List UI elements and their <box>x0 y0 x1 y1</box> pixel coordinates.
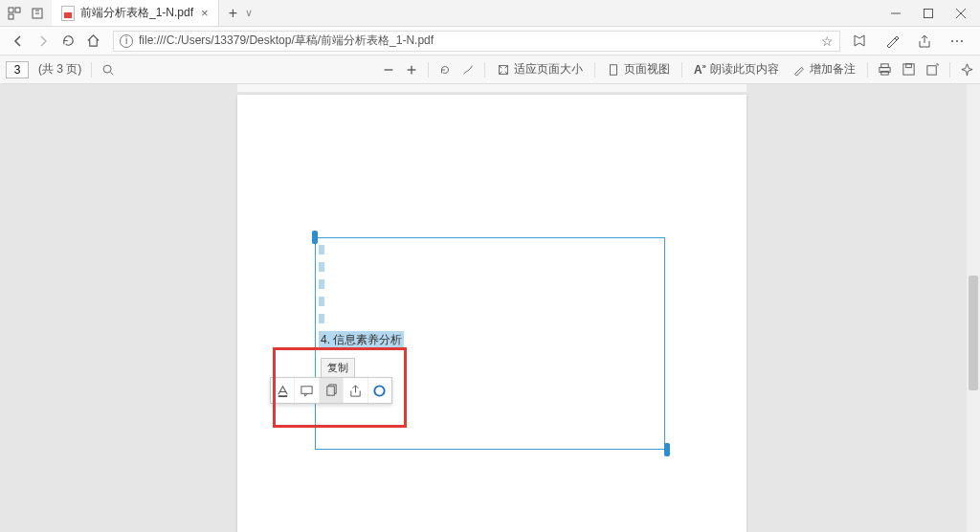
selection-fragment <box>319 279 324 289</box>
share-selection-button[interactable] <box>343 378 367 403</box>
save-icon[interactable] <box>902 62 916 77</box>
svg-rect-2 <box>9 14 13 19</box>
nav-forward-button[interactable] <box>31 33 56 49</box>
new-tab-button[interactable]: + ∨ <box>219 0 262 26</box>
cortana-icon <box>372 384 387 398</box>
draw-icon[interactable] <box>461 63 475 77</box>
svg-rect-25 <box>301 386 312 393</box>
window-titlebar: 前端分析表格_1-N.pdf × + ∨ <box>0 0 980 27</box>
selection-fragment <box>319 245 324 255</box>
set-aside-tabs-icon[interactable] <box>31 7 44 20</box>
nav-refresh-button[interactable] <box>56 33 80 48</box>
favorite-star-icon[interactable]: ☆ <box>821 33 834 49</box>
page-layout-button[interactable]: 页面视图 <box>605 61 672 78</box>
pdf-file-icon <box>61 6 75 21</box>
window-close-icon[interactable] <box>955 8 967 19</box>
share-icon[interactable] <box>917 33 932 49</box>
add-notes-icon <box>792 63 806 77</box>
print-icon[interactable] <box>878 62 892 77</box>
selection-handle-end[interactable] <box>664 443 670 456</box>
fit-page-button[interactable]: 适应页面大小 <box>495 61 585 78</box>
pin-toolbar-icon[interactable] <box>960 62 974 77</box>
page-number-input[interactable] <box>6 61 29 78</box>
share-icon <box>348 384 363 398</box>
read-aloud-button[interactable]: A» 朗读此页内容 <box>692 61 781 78</box>
scrollbar-thumb[interactable] <box>969 276 978 390</box>
browser-tab-active[interactable]: 前端分析表格_1-N.pdf × <box>52 0 219 26</box>
svg-line-12 <box>111 72 114 75</box>
svg-rect-1 <box>15 8 20 12</box>
search-icon[interactable] <box>101 63 115 77</box>
nav-home-button[interactable] <box>80 33 105 48</box>
svg-rect-23 <box>927 66 936 75</box>
url-text: file:///C:/Users/13379/Desktop/草稿/前端分析表格… <box>139 33 815 49</box>
svg-rect-17 <box>610 64 616 75</box>
context-tooltip: 复制 <box>321 358 355 378</box>
nav-back-button[interactable] <box>6 33 31 49</box>
page-total-label: (共 3 页) <box>38 61 81 78</box>
zoom-in-icon[interactable] <box>405 63 418 77</box>
favorites-icon[interactable] <box>852 33 867 49</box>
selection-fragment <box>319 297 324 306</box>
pdf-toolbar: (共 3 页) 适应页面大小 页面视图 A» 朗读此页内容 增加备注 <box>0 55 980 84</box>
notes-icon[interactable] <box>884 33 900 49</box>
zoom-out-icon[interactable] <box>382 63 395 77</box>
highlight-button[interactable] <box>271 378 294 403</box>
tab-title: 前端分析表格_1-N.pdf <box>80 5 193 21</box>
vertical-scrollbar[interactable] <box>967 84 980 532</box>
window-controls <box>880 0 980 26</box>
highlight-icon <box>276 384 290 398</box>
svg-point-11 <box>104 65 112 73</box>
site-info-icon[interactable]: i <box>120 34 133 48</box>
page-layout-icon <box>607 63 620 77</box>
system-tab-area <box>0 0 52 26</box>
close-tab-icon[interactable]: × <box>201 6 209 20</box>
chevron-down-icon[interactable]: ∨ <box>245 7 253 19</box>
copy-button[interactable] <box>319 378 343 403</box>
rotate-icon[interactable] <box>438 63 452 77</box>
selection-fragment <box>319 314 324 323</box>
selection-handle-start[interactable] <box>312 231 318 244</box>
selected-text-line: 4. 信息素养分析 <box>319 331 404 349</box>
tabs-overview-icon[interactable] <box>8 7 21 20</box>
window-minimize-icon[interactable] <box>890 8 902 19</box>
copy-icon <box>324 384 339 398</box>
svg-rect-5 <box>924 9 933 17</box>
add-notes-button[interactable]: 增加备注 <box>791 61 858 78</box>
ask-cortana-button[interactable] <box>368 378 391 403</box>
svg-point-9 <box>956 40 958 42</box>
svg-rect-18 <box>881 64 889 68</box>
url-field[interactable]: i file:///C:/Users/13379/Desktop/草稿/前端分析… <box>113 31 840 52</box>
svg-rect-26 <box>326 386 334 394</box>
more-icon[interactable] <box>949 33 965 49</box>
previous-page-edge <box>237 84 746 92</box>
selection-fragment <box>319 262 324 272</box>
save-as-icon[interactable] <box>925 62 940 77</box>
comment-icon <box>300 384 314 398</box>
fit-page-icon <box>497 63 510 77</box>
window-maximize-icon[interactable] <box>923 8 934 19</box>
address-bar: i file:///C:/Users/13379/Desktop/草稿/前端分析… <box>0 27 980 55</box>
svg-point-27 <box>375 386 385 395</box>
svg-point-10 <box>961 40 963 42</box>
pdf-viewport[interactable]: 4. 信息素养分析 复制 <box>0 84 980 532</box>
read-aloud-icon: A» <box>694 62 706 77</box>
svg-rect-22 <box>906 64 912 68</box>
svg-rect-21 <box>903 64 914 75</box>
browser-extra-actions <box>848 33 974 49</box>
svg-point-8 <box>951 40 953 42</box>
add-comment-button[interactable] <box>294 378 318 403</box>
svg-rect-0 <box>9 8 13 12</box>
